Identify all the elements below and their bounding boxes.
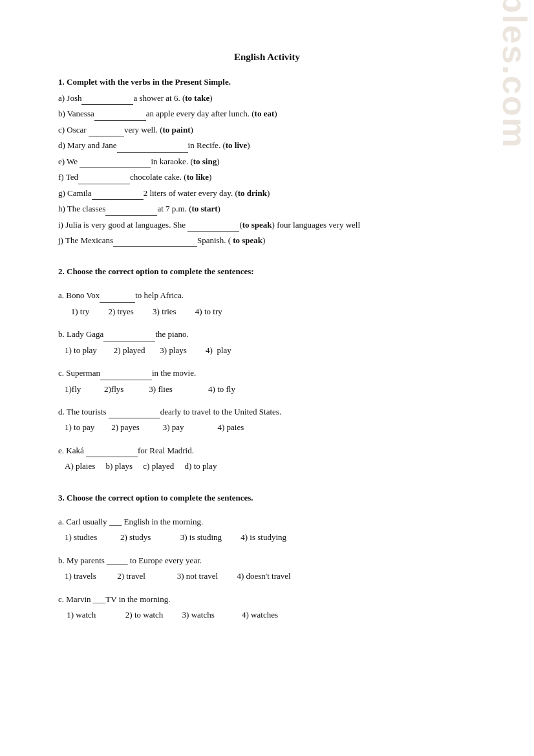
list-item: h) The classesat 7 p.m. (to start) — [58, 202, 476, 215]
watermark-text: ESLprintables.com — [495, 0, 534, 149]
list-item: a. Carl usually ___ English in the morni… — [58, 515, 476, 528]
blank-2c[interactable] — [100, 371, 152, 380]
blank-1e[interactable] — [80, 159, 151, 168]
blank-1c[interactable] — [89, 127, 124, 136]
list-item: b. Lady Gagathe piano. — [58, 327, 476, 341]
list-item: d) Mary and Janein Recife. (to live) — [58, 138, 476, 152]
blank-1i[interactable] — [187, 222, 239, 232]
list-item: j) The MexicansSpanish. ( to speak) — [58, 233, 476, 247]
blank-2e[interactable] — [86, 448, 138, 457]
section-3: 3. Choose the correct option to complete… — [58, 493, 476, 622]
blank-1b[interactable] — [94, 112, 146, 121]
list-item: c. Marvin ___TV in the morning. — [58, 592, 476, 606]
blank-1j[interactable] — [113, 238, 197, 247]
blank-1d[interactable] — [117, 144, 188, 153]
list-item-options: 1) watch 2) to watch 3) watchs 4) watche… — [65, 608, 476, 621]
list-item-options: 1) travels 2) travel 3) not travel 4) do… — [65, 569, 476, 583]
blank-2d[interactable] — [109, 409, 160, 418]
list-item-options: 1) studies 2) studys 3) is studing 4) is… — [65, 530, 476, 544]
section-1: 1. Complet with the verbs in the Present… — [58, 77, 476, 247]
list-item: b. My parents _____ to Europe every year… — [58, 554, 476, 567]
list-item-options: 1) to pay 2) payes 3) pay 4) paies — [65, 420, 476, 434]
section-3-header: 3. Choose the correct option to complete… — [58, 493, 476, 503]
blank-1h[interactable] — [105, 207, 157, 216]
list-item: b) Vanessaan apple every day after lunch… — [58, 107, 476, 120]
list-item-options: 1) try 2) tryes 3) tries 4) to try — [65, 305, 476, 318]
blank-1g[interactable] — [92, 191, 144, 200]
list-item: c. Supermanin the movie. — [58, 366, 476, 380]
list-item: a) Josha shower at 6. (to take) — [58, 91, 476, 105]
list-item: e) We in karaoke. (to sing) — [58, 155, 476, 168]
page-title: English Activity — [58, 52, 476, 63]
blank-1f[interactable] — [78, 175, 130, 184]
list-item: d. The tourists dearly to travel to the … — [58, 405, 476, 418]
list-item-options: 1)fly 2)flys 3) flies 4) to fly — [65, 382, 476, 396]
blank-2b[interactable] — [103, 332, 155, 341]
section-2-header: 2. Choose the correct option to complete… — [58, 266, 476, 277]
section-1-header: 1. Complet with the verbs in the Present… — [58, 77, 476, 87]
blank-1a[interactable] — [81, 96, 133, 105]
list-item: c) Oscar very well. (to paint) — [58, 123, 476, 136]
list-item: a. Bono Voxto help Africa. — [58, 288, 476, 302]
list-item: e. Kaká for Real Madrid. — [58, 444, 476, 457]
list-item: g) Camila2 liters of water every day. (t… — [58, 186, 476, 200]
list-item: i) Julia is very good at languages. She … — [58, 218, 476, 232]
list-item-options: 1) to play 2) played 3) plays 4) play — [65, 343, 476, 357]
section-2: 2. Choose the correct option to complete… — [58, 266, 476, 473]
blank-2a[interactable] — [100, 294, 135, 303]
list-item-options: A) plaies b) plays c) played d) to play — [65, 459, 476, 473]
list-item: f) Tedchocolate cake. (to like) — [58, 170, 476, 184]
